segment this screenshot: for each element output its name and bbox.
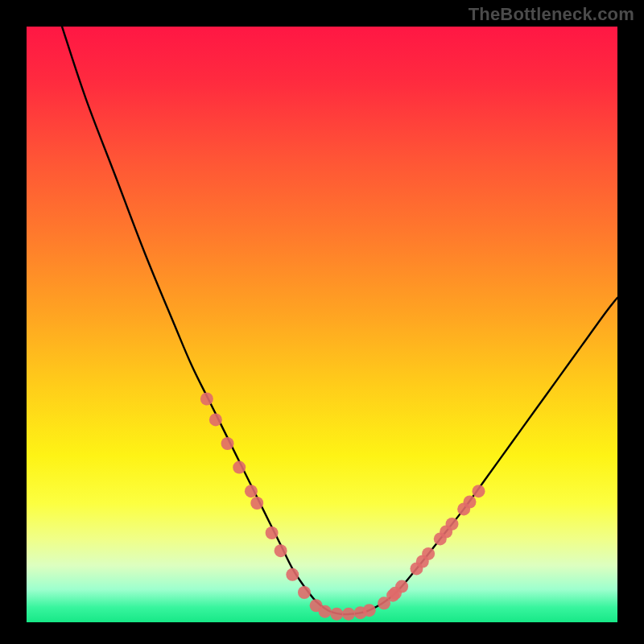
- data-marker: [245, 485, 258, 497]
- chart-svg: [27, 27, 617, 622]
- chart-stage: TheBottleneck.com: [0, 0, 644, 644]
- data-marker: [473, 485, 485, 497]
- data-marker: [445, 518, 458, 530]
- data-marker: [286, 568, 299, 581]
- plot-area: [27, 27, 617, 622]
- data-marker: [330, 608, 343, 621]
- data-marker: [319, 605, 332, 618]
- data-marker: [221, 437, 234, 450]
- data-marker: [395, 580, 408, 593]
- data-marker: [363, 604, 376, 617]
- bottleneck-curve: [62, 27, 617, 614]
- data-marker: [250, 497, 263, 510]
- data-marker: [209, 413, 222, 426]
- data-marker: [200, 393, 213, 406]
- data-marker: [298, 586, 311, 599]
- data-marker: [342, 608, 355, 621]
- data-marker: [233, 461, 246, 474]
- data-marker: [422, 547, 435, 560]
- data-marker: [464, 496, 477, 509]
- data-marker: [266, 526, 279, 539]
- watermark-label: TheBottleneck.com: [469, 4, 634, 25]
- data-marker: [275, 544, 287, 557]
